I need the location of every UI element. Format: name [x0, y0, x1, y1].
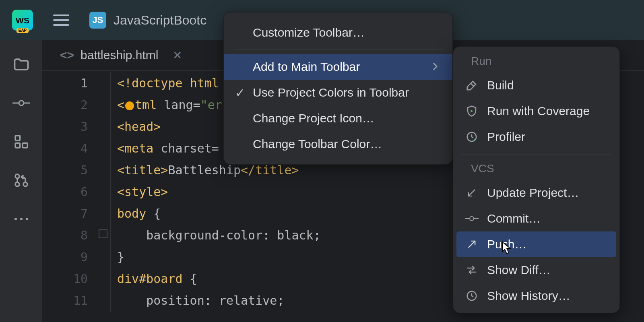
svg-point-8 — [23, 182, 27, 186]
svg-rect-5 — [15, 143, 20, 148]
svg-point-0 — [19, 101, 24, 105]
breadcrumb[interactable]: JS JavaScriptBootc — [89, 12, 206, 29]
tab-label: battleship.html — [80, 48, 158, 62]
commit-icon[interactable] — [12, 94, 30, 112]
file-tab[interactable]: <> battleship.html ✕ — [54, 45, 188, 65]
line-gutter: 1 2 3 4 5 6 7 8 9 10 11 — [42, 72, 111, 312]
close-icon[interactable]: ✕ — [173, 49, 182, 62]
submenu-item-commit[interactable]: Commit… — [453, 206, 619, 231]
hamburger-menu-icon[interactable] — [53, 14, 69, 26]
menu-item-change-toolbar-color[interactable]: Change Toolbar Color… — [224, 131, 452, 157]
chevron-right-icon — [432, 60, 438, 74]
svg-rect-4 — [23, 143, 27, 148]
svg-rect-3 — [15, 136, 20, 140]
svg-point-6 — [15, 174, 19, 178]
ide-logo-icon[interactable]: WS EAP — [12, 10, 33, 31]
submenu-item-build[interactable]: Build — [453, 72, 619, 98]
svg-point-7 — [15, 182, 19, 186]
svg-point-10 — [20, 218, 23, 220]
svg-point-13 — [470, 217, 474, 221]
more-icon[interactable] — [12, 210, 30, 228]
tool-sidebar — [0, 40, 42, 322]
context-menu: Customize Toolbar… Add to Main Toolbar ✓… — [223, 12, 453, 165]
folder-icon[interactable] — [12, 56, 30, 73]
submenu-item-push[interactable]: Push… — [456, 231, 616, 257]
profiler-icon — [464, 130, 479, 144]
diff-arrows-icon — [464, 263, 479, 277]
hammer-icon — [464, 78, 479, 93]
menu-item-add-to-main-toolbar[interactable]: Add to Main Toolbar — [224, 54, 452, 80]
intention-bulb-icon[interactable] — [125, 101, 134, 110]
html-file-icon: <> — [60, 48, 74, 62]
submenu-item-run-coverage[interactable]: Run with Coverage — [453, 98, 619, 124]
js-badge-icon: JS — [89, 12, 106, 29]
submenu-add-to-toolbar: Run Build Run with Coverage Profiler VCS… — [453, 46, 620, 313]
menu-item-change-project-icon[interactable]: Change Project Icon… — [224, 105, 452, 131]
svg-point-11 — [26, 218, 28, 220]
submenu-item-show-history[interactable]: Show History… — [453, 283, 619, 309]
shield-play-icon — [464, 104, 479, 118]
clock-icon — [464, 289, 479, 303]
submenu-item-show-diff[interactable]: Show Diff… — [453, 257, 619, 283]
menu-separator — [233, 50, 443, 50]
commit-dot-icon — [464, 211, 479, 226]
gutter-mark-icon[interactable] — [99, 229, 107, 238]
submenu-item-update-project[interactable]: Update Project… — [453, 180, 619, 206]
upload-arrow-icon — [464, 237, 479, 252]
project-title: JavaScriptBootc — [114, 13, 206, 28]
structure-icon[interactable] — [12, 133, 30, 151]
submenu-header-run: Run — [453, 52, 619, 72]
submenu-item-profiler[interactable]: Profiler — [453, 124, 619, 150]
submenu-header-vcs: VCS — [453, 160, 619, 180]
menu-separator — [461, 155, 611, 155]
download-arrow-icon — [464, 186, 479, 200]
check-icon: ✓ — [235, 86, 245, 100]
svg-point-9 — [14, 218, 17, 220]
menu-item-customize-toolbar[interactable]: Customize Toolbar… — [224, 20, 452, 45]
pull-request-icon[interactable] — [12, 171, 30, 189]
menu-item-use-project-colors[interactable]: ✓ Use Project Colors in Toolbar — [224, 80, 452, 105]
